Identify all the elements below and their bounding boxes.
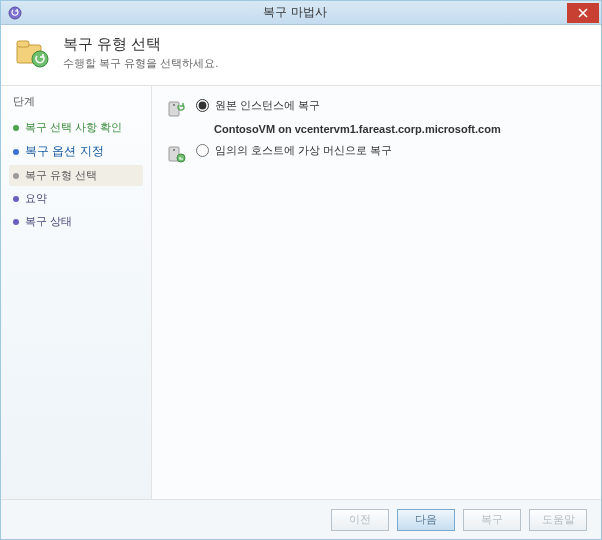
page-title: 복구 유형 선택 (63, 35, 218, 54)
step-review-selections[interactable]: 복구 선택 사항 확인 (9, 117, 143, 138)
svg-point-0 (9, 7, 21, 19)
next-button[interactable]: 다음 (397, 509, 455, 531)
back-button: 이전 (331, 509, 389, 531)
close-button[interactable] (567, 3, 599, 23)
header-text: 복구 유형 선택 수행할 복구 유형을 선택하세요. (63, 35, 218, 71)
main-panel: 원본 인스턴스에 복구 ContosoVM on vcentervm1.fare… (151, 86, 601, 499)
steps-sidebar: 단계 복구 선택 사항 확인 복구 옵션 지정 복구 유형 선택 요약 복구 상… (1, 86, 151, 499)
radio-input[interactable] (196, 144, 209, 157)
svg-point-7 (173, 149, 175, 151)
app-icon (7, 5, 23, 21)
bullet-icon (13, 125, 19, 131)
svg-rect-2 (17, 41, 29, 47)
bullet-icon (13, 196, 19, 202)
option-label: 원본 인스턴스에 복구 (215, 98, 320, 113)
svg-point-8 (177, 154, 185, 162)
window-title: 복구 마법사 (23, 4, 567, 21)
wizard-window: 복구 마법사 복구 유형 선택 수행할 복구 유형을 선택하세요. 단계 복구 … (0, 0, 602, 540)
radio-original-instance[interactable]: 원본 인스턴스에 복구 (196, 98, 320, 113)
svg-point-3 (32, 51, 48, 67)
recovery-icon (15, 35, 51, 71)
radio-alternate-host[interactable]: 임의의 호스트에 가상 머신으로 복구 (196, 143, 392, 158)
step-label: 복구 유형 선택 (25, 168, 97, 183)
recover-button: 복구 (463, 509, 521, 531)
step-recovery-status[interactable]: 복구 상태 (9, 211, 143, 232)
help-button[interactable]: 도움말 (529, 509, 587, 531)
svg-point-5 (173, 104, 175, 106)
step-recovery-type[interactable]: 복구 유형 선택 (9, 165, 143, 186)
wizard-footer: 이전 다음 복구 도움말 (1, 499, 601, 539)
step-label: 복구 선택 사항 확인 (25, 120, 122, 135)
radio-input[interactable] (196, 99, 209, 112)
option-original-instance[interactable]: 원본 인스턴스에 복구 (166, 98, 587, 119)
step-label: 요약 (25, 191, 47, 206)
server-alt-icon (166, 144, 186, 164)
step-recovery-options[interactable]: 복구 옵션 지정 (9, 140, 143, 163)
bullet-icon (13, 219, 19, 225)
option-alternate-host[interactable]: 임의의 호스트에 가상 머신으로 복구 (166, 143, 587, 164)
wizard-header: 복구 유형 선택 수행할 복구 유형을 선택하세요. (1, 25, 601, 85)
option-label: 임의의 호스트에 가상 머신으로 복구 (215, 143, 392, 158)
step-label: 복구 옵션 지정 (25, 143, 104, 160)
server-icon (166, 99, 186, 119)
titlebar: 복구 마법사 (1, 1, 601, 25)
wizard-body: 단계 복구 선택 사항 확인 복구 옵션 지정 복구 유형 선택 요약 복구 상… (1, 85, 601, 499)
step-label: 복구 상태 (25, 214, 72, 229)
bullet-icon (13, 149, 19, 155)
page-subtitle: 수행할 복구 유형을 선택하세요. (63, 56, 218, 71)
bullet-icon (13, 173, 19, 179)
original-instance-detail: ContosoVM on vcentervm1.fareast.corp.mic… (214, 123, 587, 135)
step-summary[interactable]: 요약 (9, 188, 143, 209)
steps-heading: 단계 (9, 94, 143, 109)
